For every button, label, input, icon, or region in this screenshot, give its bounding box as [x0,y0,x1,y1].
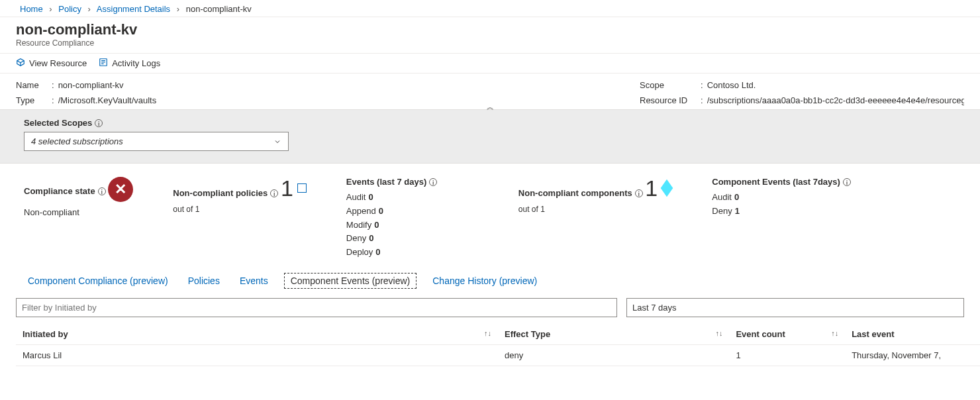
selected-scopes-label: Selected Scopes [24,118,92,128]
prop-scope-value: Contoso Ltd. [707,80,756,90]
event-audit-row: Audit0 [346,191,479,205]
chevron-right-icon: › [49,4,52,14]
non-compliant-icon: ✕ [108,177,133,202]
activity-logs-icon [99,58,108,69]
sort-icon: ↑↓ [484,329,491,337]
properties-panel: Name : non-compliant-kv Type : /Microsof… [0,74,980,109]
noncompliant-policies-outof: out of 1 [173,205,307,214]
filter-daterange-value: Last 7 days [632,303,677,313]
activity-logs-button[interactable]: Activity Logs [99,58,160,69]
tab-events[interactable]: Events [236,273,272,289]
view-resource-button[interactable]: View Resource [16,58,87,69]
col-last-event[interactable]: Last event [845,324,980,345]
compliance-state-block: Compliance state i ✕ Non-compliant [24,177,133,217]
tab-component-events[interactable]: Component Events (preview) [284,273,417,289]
col-effect-type[interactable]: Effect Type↑↓ [498,324,729,345]
breadcrumb-home[interactable]: Home [20,4,43,14]
cell-effect-type: deny [498,344,729,366]
component-event-audit-row: Audit0 [712,191,851,205]
chevron-right-icon: › [177,4,179,14]
sort-icon: ↑↓ [831,329,838,337]
events-table: Initiated by↑↓ Effect Type↑↓ Event count… [16,324,980,366]
noncompliant-policies-title: Non-compliant policies [173,188,268,198]
event-deploy-row: Deploy0 [346,246,479,260]
info-icon[interactable]: i [429,178,437,186]
selected-scopes-section: Selected Scopes i 4 selected subscriptio… [0,109,980,164]
info-icon[interactable]: i [843,178,851,186]
resource-icon [16,58,25,69]
activity-logs-label: Activity Logs [112,58,160,68]
view-resource-label: View Resource [29,58,87,68]
tabs: Component Compliance (preview) Policies … [0,269,980,289]
table-row[interactable]: Marcus Lil deny 1 Thursday, November 7, [16,344,980,366]
component-event-deny-row: Deny1 [712,205,851,219]
events-7days-block: Events (last 7 days) i Audit0 Append0 Mo… [346,177,479,260]
selected-scopes-value: 4 selected subscriptions [31,136,123,146]
toolbar: View Resource Activity Logs [0,53,980,74]
policy-icon [297,183,307,193]
filter-daterange-dropdown[interactable]: Last 7 days [626,298,964,317]
tab-policies[interactable]: Policies [184,273,224,289]
chevron-right-icon: › [88,4,91,14]
info-icon[interactable]: i [98,187,106,195]
prop-type-value: /Microsoft.KeyVault/vaults [58,95,157,105]
prop-scope-label: Scope [640,80,697,90]
noncompliant-components-title: Non-compliant components [518,188,632,198]
cell-initiated-by: Marcus Lil [16,344,498,366]
breadcrumb-policy[interactable]: Policy [58,4,81,14]
page-subtitle: Resource Compliance [16,38,980,48]
cell-last-event: Thursday, November 7, [845,344,980,366]
info-icon[interactable]: i [95,119,103,127]
prop-name-value: non-compliant-kv [58,80,124,90]
events-7days-title: Events (last 7 days) [346,177,426,187]
col-event-count[interactable]: Event count↑↓ [729,324,845,345]
prop-resourceid-value: /subscriptions/aaaa0a0a-bb1b-cc2c-dd3d-e… [707,95,964,105]
breadcrumb: Home › Policy › Assignment Details › non… [0,0,980,17]
compliance-state-title: Compliance state [24,186,95,196]
noncompliant-components-count: 1 [645,177,658,199]
page-title: non-compliant-kv [16,21,980,38]
noncompliant-components-outof: out of 1 [518,205,672,214]
chevron-down-icon [273,138,281,146]
prop-name-label: Name [16,80,48,90]
noncompliant-policies-block: Non-compliant policies i 1 out of 1 [173,177,307,214]
component-events-title: Component Events (last 7days) [712,177,840,187]
filter-row: Last 7 days [0,298,980,317]
collapse-properties-button[interactable]: ︽ [487,102,494,112]
compliance-state-value: Non-compliant [24,207,133,217]
noncompliant-components-block: Non-compliant components i 1 out of 1 [518,177,672,214]
prop-type-label: Type [16,95,48,105]
tab-change-history[interactable]: Change History (preview) [428,273,541,289]
noncompliant-policies-count: 1 [281,177,293,199]
cell-event-count: 1 [729,344,845,366]
sort-icon: ↑↓ [715,329,722,337]
stats-row: Compliance state i ✕ Non-compliant Non-c… [0,164,980,269]
event-modify-row: Modify0 [346,219,479,232]
col-initiated-by[interactable]: Initiated by↑↓ [16,324,498,345]
info-icon[interactable]: i [635,189,643,197]
event-append-row: Append0 [346,205,479,219]
filter-initiated-by-input[interactable] [16,298,617,317]
component-icon [661,179,673,197]
prop-resourceid-label: Resource ID [640,95,697,105]
breadcrumb-assignment-details[interactable]: Assignment Details [97,4,170,14]
component-events-block: Component Events (last 7days) i Audit0 D… [712,177,851,219]
event-deny-row: Deny0 [346,232,479,246]
tab-component-compliance[interactable]: Component Compliance (preview) [24,273,172,289]
breadcrumb-current: non-compliant-kv [186,4,252,14]
info-icon[interactable]: i [270,189,278,197]
selected-scopes-dropdown[interactable]: 4 selected subscriptions [24,132,289,151]
